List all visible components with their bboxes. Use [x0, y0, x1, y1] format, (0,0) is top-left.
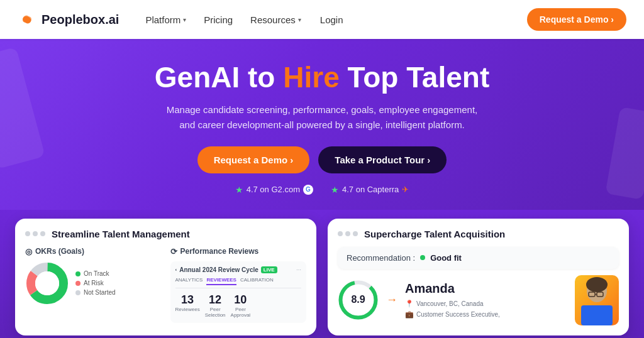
chevron-down-icon: ▾ — [298, 16, 301, 23]
good-fit-dot-icon — [420, 255, 425, 260]
card-header-left: Streamline Talent Management — [25, 229, 306, 239]
request-demo-nav-button[interactable]: Request a Demo › — [527, 8, 626, 31]
performance-section: ⟳ Performance Reviews ‹ Annual 2024 Revi… — [170, 247, 307, 323]
okr-section: ◎ OKRs (Goals) — [25, 247, 162, 323]
perf-cycle-title: ‹ Annual 2024 Review Cycle LIVE — [175, 266, 277, 273]
three-dots-icon — [25, 231, 45, 236]
nav-resources[interactable]: Resources ▾ — [244, 11, 308, 29]
okr-donut-chart — [25, 261, 69, 305]
hero-section: GenAI to Hire Top Talent Manage candidat… — [0, 39, 644, 210]
talent-management-card: Streamline Talent Management ◎ OKRs (Goa… — [15, 219, 316, 335]
legend-at-risk: At Risk — [75, 280, 116, 286]
nav-platform[interactable]: Platform ▾ — [139, 11, 192, 29]
chevron-down-icon: ▾ — [183, 16, 186, 23]
right-card-content: Recommendation : Good fit 8.9 → Amanda — [338, 247, 619, 325]
nav-login[interactable]: Login — [313, 11, 351, 29]
legend-not-started: Not Started — [75, 289, 116, 296]
good-fit-text: Good fit — [430, 253, 462, 263]
candidate-name: Amanda — [405, 281, 567, 296]
live-badge: LIVE — [261, 266, 277, 273]
perf-more-icon: ⋯ — [296, 267, 301, 273]
avatar — [575, 275, 619, 325]
recommendation-label: Recommendation : — [347, 253, 415, 263]
perf-label: ⟳ Performance Reviews — [170, 247, 307, 256]
card-title-left: Streamline Talent Management — [52, 229, 190, 239]
star-icon: ★ — [331, 185, 339, 195]
hero-subtitle: Manage candidate screening, performance,… — [158, 102, 486, 133]
svg-rect-12 — [581, 305, 613, 325]
location-icon: 📍 — [405, 300, 414, 308]
stat-reviewees: 13 Reviewees — [175, 293, 200, 318]
perf-tabs: ANALYTICS REVIEWEES CALIBRATION — [175, 277, 302, 288]
briefcase-icon: 💼 — [405, 310, 414, 319]
candidate-info: Amanda 📍 Vancouver, BC, Canada 💼 Custome… — [405, 281, 567, 319]
okr-label: ◎ OKRs (Goals) — [25, 247, 162, 256]
g2-rating: ★ 4.7 on G2.com G — [235, 185, 313, 195]
nav-links: Platform ▾ Pricing Resources ▾ Login — [139, 11, 526, 29]
tab-calibration[interactable]: CALIBRATION — [240, 277, 274, 285]
candidate-score-chart: 8.9 — [338, 280, 379, 320]
candidate-location: 📍 Vancouver, BC, Canada — [405, 300, 567, 308]
g2-icon: G — [303, 185, 313, 195]
svg-point-8 — [586, 277, 608, 292]
ratings-row: ★ 4.7 on G2.com G ★ 4.7 on Capterra ✈ — [13, 185, 631, 195]
arrow-right-icon: → — [386, 293, 397, 307]
okr-legend: On Track At Risk Not Started — [75, 270, 116, 296]
hero-title: GenAI to Hire Top Talent — [13, 62, 631, 94]
perf-icon: ⟳ — [170, 247, 177, 256]
candidate-row: 8.9 → Amanda 📍 Vancouver, BC, Canada 💼 — [338, 275, 619, 325]
perf-stats-row: 13 Reviewees 12 PeerSelection 10 PeerApp… — [175, 293, 302, 318]
capterra-rating: ★ 4.7 on Capterra ✈ — [331, 185, 409, 195]
okr-icon: ◎ — [25, 247, 32, 256]
tab-analytics[interactable]: ANALYTICS — [175, 277, 203, 285]
stat-peer-selection: 12 PeerSelection — [205, 293, 226, 318]
svg-point-3 — [35, 271, 59, 295]
candidate-role: 💼 Customer Success Executive, — [405, 310, 567, 319]
nav-pricing[interactable]: Pricing — [197, 11, 239, 29]
logo[interactable]: Peoplebox.ai — [18, 13, 119, 27]
capterra-icon: ✈ — [402, 185, 409, 194]
hero-buttons: Request a Demo › Take a Product Tour › — [13, 146, 631, 173]
navbar: Peoplebox.ai Platform ▾ Pricing Resource… — [0, 0, 644, 39]
recommendation-box: Recommendation : Good fit — [338, 247, 619, 269]
logo-icon — [18, 13, 36, 26]
tab-reviewees[interactable]: REVIEWEES — [206, 277, 236, 285]
three-dots-icon — [338, 231, 358, 236]
candidate-avatar-illustration — [575, 275, 619, 325]
card-title-right: Supercharge Talent Acquisition — [364, 229, 505, 239]
nav-arrow-icon: ‹ — [175, 267, 177, 273]
talent-acquisition-card: Supercharge Talent Acquisition Recommend… — [328, 219, 629, 335]
stat-peer-approval: 10 PeerApproval — [231, 293, 251, 318]
candidate-meta: 📍 Vancouver, BC, Canada 💼 Customer Succe… — [405, 300, 567, 319]
perf-header-row: ‹ Annual 2024 Review Cycle LIVE ⋯ — [175, 266, 302, 273]
left-card-content: ◎ OKRs (Goals) — [25, 247, 306, 323]
star-icon: ★ — [235, 185, 243, 195]
donut-container: On Track At Risk Not Started — [25, 261, 162, 305]
logo-text: Peoplebox.ai — [42, 13, 119, 27]
request-demo-hero-button[interactable]: Request a Demo › — [197, 146, 310, 173]
take-product-tour-button[interactable]: Take a Product Tour › — [318, 146, 447, 173]
svg-text:8.9: 8.9 — [351, 294, 365, 305]
cards-section: Streamline Talent Management ◎ OKRs (Goa… — [0, 210, 644, 338]
performance-mini-card: ‹ Annual 2024 Review Cycle LIVE ⋯ ANALYT… — [170, 261, 307, 323]
legend-on-track: On Track — [75, 270, 116, 277]
card-header-right: Supercharge Talent Acquisition — [338, 229, 619, 239]
